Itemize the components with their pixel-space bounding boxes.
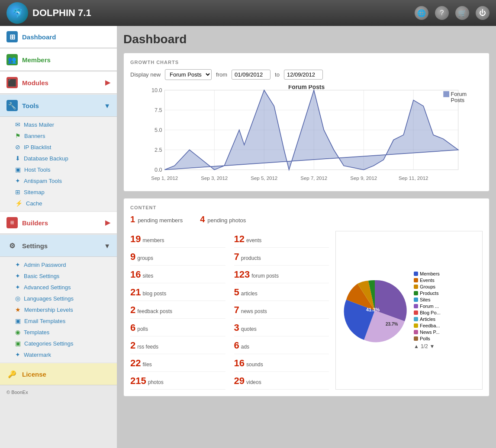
- header-left: 🐬 DOLPHIN 7.1: [6, 2, 91, 24]
- stat-num: 9: [130, 251, 135, 262]
- legend-dot: [414, 310, 418, 315]
- sidebar-item-admin-password[interactable]: ✦ Admin Password: [0, 259, 117, 270]
- sidebar-item-modules[interactable]: ⬛ Modules ▶: [0, 72, 117, 94]
- pie-page: 1/2: [421, 343, 428, 349]
- settings-label: Settings: [22, 242, 48, 250]
- sidebar-section-modules: ⬛ Modules ▶: [0, 72, 117, 94]
- pending-row: 1 pending members 4 pending photos: [130, 214, 483, 224]
- stat-num: 22: [130, 358, 141, 369]
- sidebar-item-sitemap[interactable]: ⊞ Sitemap: [0, 186, 117, 198]
- modules-icon: ⬛: [6, 77, 18, 88]
- languages-icon: ◎: [15, 295, 20, 302]
- sidebar-item-license[interactable]: 🔑 License: [0, 363, 117, 385]
- globe-icon[interactable]: 🌐: [415, 6, 428, 20]
- sidebar-item-email-templates[interactable]: ▣ Email Templates: [0, 315, 117, 326]
- power-icon[interactable]: ⏻: [476, 6, 490, 20]
- sidebar-section-dashboard: ⊞ Dashboard: [0, 26, 117, 48]
- ip-blacklist-label: IP Blacklist: [24, 144, 51, 150]
- legend-label: Members: [420, 271, 440, 276]
- license-icon: 🔑: [6, 368, 18, 380]
- svg-text:Forum: Forum: [451, 91, 467, 97]
- pending-members-num: 1: [130, 214, 135, 224]
- sidebar-item-settings[interactable]: ⚙ Settings ▼: [0, 235, 117, 257]
- sidebar-item-dashboard[interactable]: ⊞ Dashboard: [0, 26, 117, 48]
- svg-text:10.0: 10.0: [151, 87, 162, 93]
- legend-dot: [414, 317, 418, 321]
- legend-label: Articles: [420, 317, 435, 322]
- svg-text:2.5: 2.5: [155, 147, 162, 153]
- sidebar-item-watermark[interactable]: ✦ Watermark: [0, 349, 117, 360]
- sidebar-item-membership-levels[interactable]: ★ Membership Levels: [0, 304, 117, 315]
- svg-text:5.0: 5.0: [155, 127, 162, 133]
- builders-icon: ≡: [6, 217, 18, 228]
- settings-icon: ⚙: [6, 240, 18, 251]
- legend-dot: [414, 323, 418, 328]
- legend-label: Blog Po...: [420, 310, 441, 315]
- license-label: License: [22, 371, 46, 378]
- sidebar-item-builders[interactable]: ≡ Builders ▶: [0, 212, 117, 234]
- stat-item: 22files: [130, 355, 225, 372]
- svg-text:0.0: 0.0: [155, 167, 162, 173]
- stat-label: ads: [241, 344, 249, 350]
- svg-text:Posts: Posts: [451, 97, 465, 103]
- header-right: 🌐 ? 🛒 ⏻: [415, 6, 490, 20]
- legend-dot: [414, 304, 418, 308]
- settings-submenu: ✦ Admin Password ✦ Basic Settings ✦ Adva…: [0, 257, 117, 362]
- svg-text:Sep 3, 2012: Sep 3, 2012: [201, 176, 228, 181]
- builders-label: Builders: [22, 219, 48, 227]
- sidebar-item-tools[interactable]: 🔧 Tools ▼: [0, 95, 117, 117]
- sidebar-item-antispam[interactable]: ✦ Antispam Tools: [0, 175, 117, 186]
- sidebar-item-members[interactable]: 👥 Members: [0, 49, 117, 71]
- to-date-input[interactable]: [284, 70, 323, 80]
- display-new-label: Display new: [130, 71, 161, 78]
- sidebar-item-basic-settings[interactable]: ✦ Basic Settings: [0, 270, 117, 282]
- stat-item: 12events: [234, 231, 329, 248]
- tools-submenu: ✉ Mass Mailer ⚑ Banners ⊘ IP Blacklist ⬇…: [0, 117, 117, 211]
- sidebar-section-license: 🔑 License: [0, 363, 117, 385]
- legend-label: Products: [420, 291, 438, 296]
- from-date-input[interactable]: [232, 70, 271, 80]
- legend-list: MembersEventsGroupsProductsSitesForum ..…: [414, 271, 441, 341]
- content-area: Dashboard GROWTH CHARTS Display new Foru…: [117, 26, 496, 448]
- legend-item: Polls: [414, 336, 441, 341]
- stat-num: 215: [130, 375, 146, 387]
- sidebar-footer: © BoonEx: [0, 386, 117, 398]
- sidebar-item-database-backup[interactable]: ⬇ Database Backup: [0, 153, 117, 164]
- pie-prev-icon[interactable]: ▲: [414, 343, 419, 349]
- stat-label: quotes: [241, 326, 257, 332]
- sidebar-item-languages[interactable]: ◎ Languages Settings: [0, 293, 117, 304]
- pending-photos-num: 4: [200, 214, 205, 224]
- sidebar-item-cache[interactable]: ⚡ Cache: [0, 198, 117, 209]
- chart-type-select[interactable]: Forum Posts Members Events Groups: [165, 69, 212, 80]
- pie-next-icon[interactable]: ▼: [430, 343, 435, 349]
- builders-expand-icon: ▶: [105, 219, 110, 227]
- stat-num: 7: [234, 251, 239, 262]
- sidebar-item-templates[interactable]: ◉ Templates: [0, 326, 117, 338]
- sidebar-item-advanced-settings[interactable]: ✦ Advanced Settings: [0, 282, 117, 293]
- help-icon[interactable]: ?: [435, 6, 449, 20]
- stat-num: 3: [234, 322, 239, 333]
- stat-item: 16sites: [130, 266, 225, 283]
- stat-label: sites: [142, 273, 153, 279]
- settings-collapse-icon: ▼: [104, 242, 110, 250]
- sidebar-item-mass-mailer[interactable]: ✉ Mass Mailer: [0, 119, 117, 130]
- content-label: CONTENT: [130, 205, 483, 210]
- pending-photos-label: pending photos: [207, 217, 246, 224]
- stat-num: 16: [234, 358, 245, 369]
- stat-item: 2feedback posts: [130, 302, 225, 319]
- sidebar-item-categories[interactable]: ▣ Categories Settings: [0, 338, 117, 349]
- header: 🐬 DOLPHIN 7.1 🌐 ? 🛒 ⏻: [0, 0, 496, 26]
- sidebar-section-settings: ⚙ Settings ▼ ✦ Admin Password ✦ Basic Se…: [0, 235, 117, 362]
- sidebar-item-ip-blacklist[interactable]: ⊘ IP Blacklist: [0, 141, 117, 153]
- chart-controls: Display new Forum Posts Members Events G…: [130, 69, 483, 80]
- stat-num: 12: [234, 234, 245, 245]
- membership-icon: ★: [15, 306, 21, 313]
- svg-text:7.5: 7.5: [155, 107, 162, 113]
- svg-text:Sep 7, 2012: Sep 7, 2012: [300, 176, 327, 181]
- cart-icon[interactable]: 🛒: [455, 6, 469, 20]
- stat-num: 29: [234, 375, 245, 387]
- stat-item: 3quotes: [234, 320, 329, 336]
- sidebar-item-banners[interactable]: ⚑ Banners: [0, 130, 117, 141]
- stat-item: 215photos: [130, 373, 225, 390]
- sidebar-item-host-tools[interactable]: ▣ Host Tools: [0, 164, 117, 175]
